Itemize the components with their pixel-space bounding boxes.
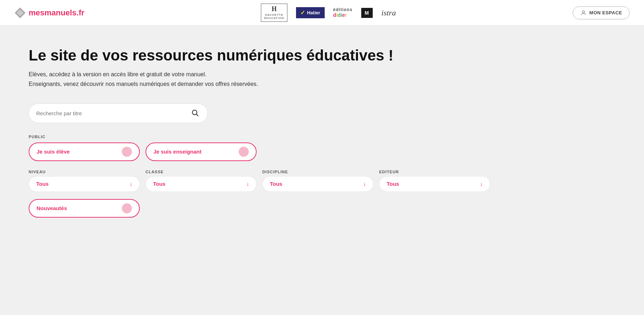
editeur-value: Tous [387, 181, 399, 187]
classe-dropdown[interactable]: Tous ↓ [146, 176, 257, 192]
filter-discipline-group: DISCIPLINE Tous ↓ [262, 170, 373, 192]
discipline-arrow-icon: ↓ [363, 181, 366, 187]
filter-editeur-group: EDITEUR Tous ↓ [379, 170, 490, 192]
search-container [29, 103, 473, 123]
niveau-value: Tous [36, 181, 49, 187]
niveau-label: NIVEAU [29, 170, 140, 174]
eleve-label: Je suis élève [37, 149, 70, 155]
public-row: Je suis élève Je suis enseignant [29, 142, 473, 161]
istra-label: istra [381, 8, 396, 18]
editeur-arrow-icon: ↓ [480, 181, 483, 187]
search-box [29, 103, 208, 123]
svg-line-4 [196, 114, 198, 116]
discipline-label: DISCIPLINE [262, 170, 373, 174]
publisher-editions[interactable]: éditions d i d i e r [333, 7, 353, 18]
editeur-dropdown[interactable]: Tous ↓ [379, 176, 490, 192]
nouveautes-circle [122, 203, 132, 213]
search-icon [191, 109, 199, 117]
svg-point-3 [192, 110, 197, 115]
mon-espace-button[interactable]: MON ESPACE [573, 6, 630, 19]
nouveautes-row: Nouveautés [29, 199, 473, 218]
logo-icon [14, 7, 26, 19]
publishers-nav: H hachette ÉDUCATION ✓ Hatier éditions d… [261, 4, 396, 22]
classe-label: CLASSE [146, 170, 257, 174]
filters-section: PUBLIC Je suis élève Je suis enseignant … [29, 135, 473, 218]
hero-subtitle: Elèves, accédez à la version en accès li… [29, 69, 473, 89]
mon-espace-label: MON ESPACE [590, 10, 622, 15]
editeur-label: EDITEUR [379, 170, 490, 174]
foucher-label: M [361, 8, 373, 18]
header: mesmanuels.fr H hachette ÉDUCATION ✓ Hat… [0, 0, 644, 26]
discipline-value: Tous [270, 181, 282, 187]
filter-niveau-group: NIVEAU Tous ↓ [29, 170, 140, 192]
enseignant-toggle[interactable]: Je suis enseignant [146, 142, 257, 161]
svg-point-2 [582, 11, 585, 13]
niveau-arrow-icon: ↓ [129, 181, 132, 187]
logo[interactable]: mesmanuels.fr [14, 7, 84, 19]
hatier-label: Hatier [307, 10, 320, 15]
eleve-toggle-circle [122, 147, 132, 157]
hatier-check-icon: ✓ [300, 9, 305, 16]
enseignant-label: Je suis enseignant [153, 149, 201, 155]
eleve-toggle[interactable]: Je suis élève [29, 142, 140, 161]
search-input[interactable] [36, 110, 190, 116]
hero-title: Le site de vos ressources numériques édu… [29, 47, 473, 64]
niveau-dropdown[interactable]: Tous ↓ [29, 176, 140, 192]
classe-value: Tous [153, 181, 166, 187]
filter-classe-group: CLASSE Tous ↓ [146, 170, 257, 192]
enseignant-toggle-circle [239, 147, 249, 157]
logo-text: mesmanuels.fr [29, 8, 84, 18]
publisher-hachette[interactable]: H hachette ÉDUCATION [261, 4, 287, 22]
user-icon [580, 10, 587, 16]
discipline-dropdown[interactable]: Tous ↓ [262, 176, 373, 192]
hero-line2: Enseignants, venez découvrir nos manuels… [29, 81, 258, 87]
nouveautes-label: Nouveautés [37, 205, 67, 211]
nouveautes-button[interactable]: Nouveautés [29, 199, 140, 218]
hero-section: Le site de vos ressources numériques édu… [29, 47, 473, 89]
publisher-hatier[interactable]: ✓ Hatier [296, 7, 325, 18]
filter-dropdowns-row: NIVEAU Tous ↓ CLASSE Tous ↓ DISCIPLINE T… [29, 170, 473, 192]
publisher-istra[interactable]: istra [381, 8, 396, 18]
search-button[interactable] [190, 107, 200, 119]
publisher-foucher[interactable]: M [361, 8, 373, 18]
hero-line1: Elèves, accédez à la version en accès li… [29, 71, 206, 77]
main-content: Le site de vos ressources numériques édu… [0, 26, 502, 232]
public-label: PUBLIC [29, 135, 473, 139]
classe-arrow-icon: ↓ [246, 181, 249, 187]
